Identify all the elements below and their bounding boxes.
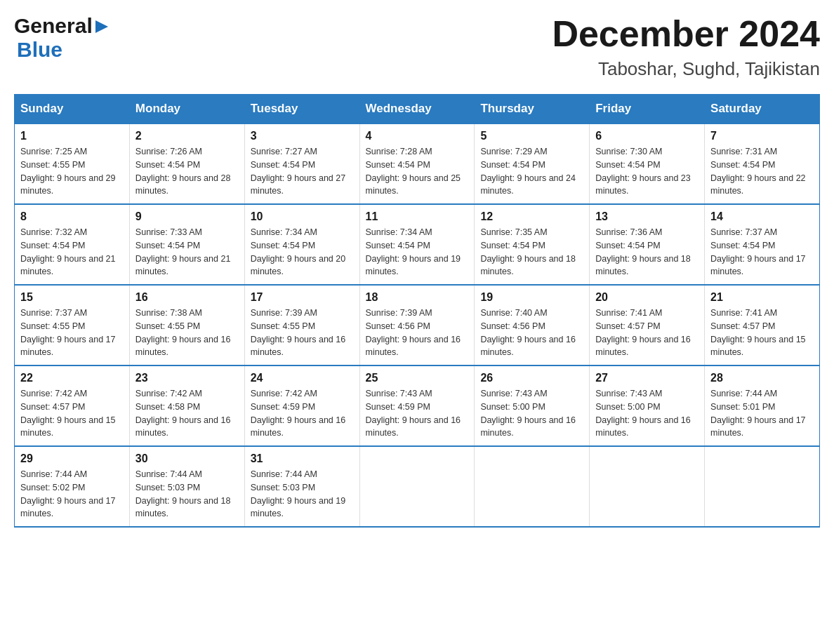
calendar-week-row: 15Sunrise: 7:37 AMSunset: 4:55 PMDayligh… bbox=[15, 285, 820, 365]
table-row: 26Sunrise: 7:43 AMSunset: 5:00 PMDayligh… bbox=[475, 365, 590, 446]
day-info: Sunrise: 7:43 AMSunset: 5:00 PMDaylight:… bbox=[595, 387, 699, 440]
day-info: Sunrise: 7:38 AMSunset: 4:55 PMDaylight:… bbox=[135, 307, 239, 359]
logo-general: General bbox=[14, 14, 93, 38]
table-row bbox=[359, 446, 475, 527]
table-row: 21Sunrise: 7:41 AMSunset: 4:57 PMDayligh… bbox=[705, 285, 820, 365]
day-number: 2 bbox=[135, 130, 239, 142]
weekday-header-monday: Monday bbox=[129, 95, 244, 124]
table-row: 5Sunrise: 7:29 AMSunset: 4:54 PMDaylight… bbox=[475, 123, 590, 204]
day-info: Sunrise: 7:33 AMSunset: 4:54 PMDaylight:… bbox=[135, 226, 239, 279]
weekday-header-wednesday: Wednesday bbox=[359, 95, 475, 124]
table-row: 3Sunrise: 7:27 AMSunset: 4:54 PMDaylight… bbox=[244, 123, 359, 204]
table-row: 13Sunrise: 7:36 AMSunset: 4:54 PMDayligh… bbox=[590, 204, 705, 285]
day-info: Sunrise: 7:40 AMSunset: 4:56 PMDaylight:… bbox=[480, 307, 583, 359]
location-title: Taboshar, Sughd, Tajikistan bbox=[552, 58, 820, 80]
day-number: 10 bbox=[251, 210, 354, 223]
day-number: 20 bbox=[595, 291, 699, 304]
day-number: 29 bbox=[20, 452, 124, 465]
weekday-header-thursday: Thursday bbox=[475, 95, 590, 124]
table-row: 9Sunrise: 7:33 AMSunset: 4:54 PMDaylight… bbox=[129, 204, 244, 285]
day-number: 26 bbox=[480, 372, 583, 384]
table-row: 12Sunrise: 7:35 AMSunset: 4:54 PMDayligh… bbox=[475, 204, 590, 285]
day-number: 21 bbox=[710, 291, 814, 304]
day-info: Sunrise: 7:37 AMSunset: 4:54 PMDaylight:… bbox=[710, 226, 814, 279]
day-info: Sunrise: 7:44 AMSunset: 5:02 PMDaylight:… bbox=[20, 468, 124, 521]
title-area: December 2024 Taboshar, Sughd, Tajikista… bbox=[552, 14, 820, 80]
day-number: 13 bbox=[595, 210, 699, 223]
calendar-week-row: 29Sunrise: 7:44 AMSunset: 5:02 PMDayligh… bbox=[15, 446, 820, 527]
day-info: Sunrise: 7:34 AMSunset: 4:54 PMDaylight:… bbox=[366, 226, 469, 279]
day-number: 14 bbox=[710, 210, 814, 223]
day-number: 5 bbox=[480, 130, 583, 142]
table-row: 6Sunrise: 7:30 AMSunset: 4:54 PMDaylight… bbox=[590, 123, 705, 204]
day-number: 22 bbox=[20, 372, 124, 384]
table-row: 15Sunrise: 7:37 AMSunset: 4:55 PMDayligh… bbox=[15, 285, 130, 365]
table-row: 28Sunrise: 7:44 AMSunset: 5:01 PMDayligh… bbox=[705, 365, 820, 446]
day-info: Sunrise: 7:31 AMSunset: 4:54 PMDaylight:… bbox=[710, 145, 814, 198]
day-info: Sunrise: 7:42 AMSunset: 4:59 PMDaylight:… bbox=[251, 387, 354, 440]
table-row: 17Sunrise: 7:39 AMSunset: 4:55 PMDayligh… bbox=[244, 285, 359, 365]
table-row bbox=[590, 446, 705, 527]
logo-blue: Blue bbox=[14, 38, 62, 62]
day-number: 15 bbox=[20, 291, 124, 304]
table-row: 27Sunrise: 7:43 AMSunset: 5:00 PMDayligh… bbox=[590, 365, 705, 446]
day-number: 6 bbox=[595, 130, 699, 142]
day-number: 31 bbox=[251, 452, 354, 465]
table-row: 10Sunrise: 7:34 AMSunset: 4:54 PMDayligh… bbox=[244, 204, 359, 285]
day-info: Sunrise: 7:39 AMSunset: 4:56 PMDaylight:… bbox=[366, 307, 469, 359]
day-number: 19 bbox=[480, 291, 583, 304]
table-row: 19Sunrise: 7:40 AMSunset: 4:56 PMDayligh… bbox=[475, 285, 590, 365]
day-number: 11 bbox=[366, 210, 469, 223]
day-number: 16 bbox=[135, 291, 239, 304]
table-row bbox=[475, 446, 590, 527]
day-number: 30 bbox=[135, 452, 239, 465]
month-title: December 2024 bbox=[552, 14, 820, 54]
day-info: Sunrise: 7:43 AMSunset: 4:59 PMDaylight:… bbox=[366, 387, 469, 440]
day-info: Sunrise: 7:27 AMSunset: 4:54 PMDaylight:… bbox=[251, 145, 354, 198]
day-number: 1 bbox=[20, 130, 124, 142]
table-row: 11Sunrise: 7:34 AMSunset: 4:54 PMDayligh… bbox=[359, 204, 475, 285]
day-number: 8 bbox=[20, 210, 124, 223]
day-number: 3 bbox=[251, 130, 354, 142]
day-number: 9 bbox=[135, 210, 239, 223]
table-row: 8Sunrise: 7:32 AMSunset: 4:54 PMDaylight… bbox=[15, 204, 130, 285]
day-info: Sunrise: 7:36 AMSunset: 4:54 PMDaylight:… bbox=[595, 226, 699, 279]
day-number: 12 bbox=[480, 210, 583, 223]
table-row: 20Sunrise: 7:41 AMSunset: 4:57 PMDayligh… bbox=[590, 285, 705, 365]
calendar-week-row: 8Sunrise: 7:32 AMSunset: 4:54 PMDaylight… bbox=[15, 204, 820, 285]
logo: General Blue bbox=[14, 14, 110, 62]
day-info: Sunrise: 7:43 AMSunset: 5:00 PMDaylight:… bbox=[480, 387, 583, 440]
table-row: 23Sunrise: 7:42 AMSunset: 4:58 PMDayligh… bbox=[129, 365, 244, 446]
weekday-header-sunday: Sunday bbox=[15, 95, 130, 124]
table-row: 18Sunrise: 7:39 AMSunset: 4:56 PMDayligh… bbox=[359, 285, 475, 365]
day-info: Sunrise: 7:26 AMSunset: 4:54 PMDaylight:… bbox=[135, 145, 239, 198]
day-info: Sunrise: 7:37 AMSunset: 4:55 PMDaylight:… bbox=[20, 307, 124, 359]
weekday-header-saturday: Saturday bbox=[705, 95, 820, 124]
table-row: 16Sunrise: 7:38 AMSunset: 4:55 PMDayligh… bbox=[129, 285, 244, 365]
day-number: 7 bbox=[710, 130, 814, 142]
svg-marker-0 bbox=[95, 20, 108, 33]
table-row: 22Sunrise: 7:42 AMSunset: 4:57 PMDayligh… bbox=[15, 365, 130, 446]
day-number: 17 bbox=[251, 291, 354, 304]
day-info: Sunrise: 7:44 AMSunset: 5:01 PMDaylight:… bbox=[710, 387, 814, 440]
table-row: 14Sunrise: 7:37 AMSunset: 4:54 PMDayligh… bbox=[705, 204, 820, 285]
day-number: 25 bbox=[366, 372, 469, 384]
day-info: Sunrise: 7:28 AMSunset: 4:54 PMDaylight:… bbox=[366, 145, 469, 198]
calendar-week-row: 22Sunrise: 7:42 AMSunset: 4:57 PMDayligh… bbox=[15, 365, 820, 446]
day-number: 24 bbox=[251, 372, 354, 384]
day-number: 27 bbox=[595, 372, 699, 384]
weekday-header-tuesday: Tuesday bbox=[244, 95, 359, 124]
day-info: Sunrise: 7:42 AMSunset: 4:57 PMDaylight:… bbox=[20, 387, 124, 440]
day-info: Sunrise: 7:30 AMSunset: 4:54 PMDaylight:… bbox=[595, 145, 699, 198]
day-info: Sunrise: 7:39 AMSunset: 4:55 PMDaylight:… bbox=[251, 307, 354, 359]
day-number: 23 bbox=[135, 372, 239, 384]
table-row: 4Sunrise: 7:28 AMSunset: 4:54 PMDaylight… bbox=[359, 123, 475, 204]
day-number: 4 bbox=[366, 130, 469, 142]
table-row: 7Sunrise: 7:31 AMSunset: 4:54 PMDaylight… bbox=[705, 123, 820, 204]
table-row: 1Sunrise: 7:25 AMSunset: 4:55 PMDaylight… bbox=[15, 123, 130, 204]
calendar-table: SundayMondayTuesdayWednesdayThursdayFrid… bbox=[14, 94, 820, 528]
table-row bbox=[705, 446, 820, 527]
day-info: Sunrise: 7:42 AMSunset: 4:58 PMDaylight:… bbox=[135, 387, 239, 440]
day-info: Sunrise: 7:41 AMSunset: 4:57 PMDaylight:… bbox=[710, 307, 814, 359]
day-info: Sunrise: 7:29 AMSunset: 4:54 PMDaylight:… bbox=[480, 145, 583, 198]
